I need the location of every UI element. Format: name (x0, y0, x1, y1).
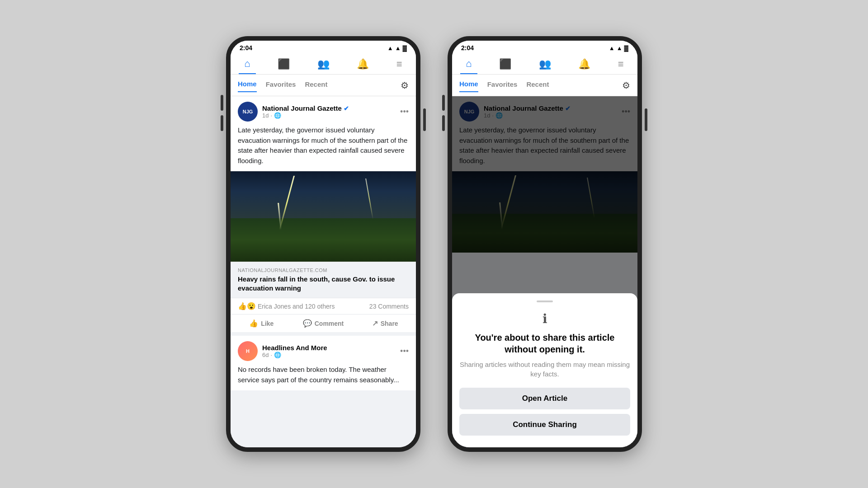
reaction-count-left: Erica Jones and 120 others (258, 303, 335, 310)
sub-nav-recent-right[interactable]: Recent (526, 79, 549, 92)
post-reactions-left: 👍😮 Erica Jones and 120 others 23 Comment… (231, 298, 416, 314)
status-bar-left: 2:04 ▲ ▲ ▓ (231, 41, 416, 53)
bell-icon-right: 🔔 (578, 58, 590, 70)
comments-count-left: 23 Comments (369, 303, 409, 310)
home-icon-right: ⌂ (466, 58, 472, 70)
comment-button-left[interactable]: 💬 Comment (292, 315, 354, 331)
feed-right: NJG National Journal Gazette ✔ 1d · 🌐 (452, 96, 637, 447)
lightning-scene-left (231, 171, 416, 262)
vol-down-right (442, 115, 445, 131)
status-time-left: 2:04 (240, 44, 252, 52)
video-icon: ⬛ (278, 58, 290, 70)
share-icon-left: ↗ (372, 319, 378, 328)
post-text-left: Late yesterday, the governor issued volu… (231, 125, 416, 171)
home-icon: ⌂ (244, 58, 250, 70)
post-avatar-left: NJG (238, 102, 258, 122)
sub-nav-left: Home Favorites Recent ⚙ (231, 75, 416, 96)
power-button-right (645, 108, 647, 131)
second-post-more-left[interactable]: ••• (400, 347, 409, 356)
second-post-avatar-left: H (238, 341, 258, 361)
post-actions-left: 👍 Like 💬 Comment ↗ Share (231, 314, 416, 332)
like-button-left[interactable]: 👍 Like (231, 315, 292, 331)
friends-icon-right: 👥 (539, 58, 551, 70)
right-phone-screen: 2:04 ▲ ▲ ▓ ⌂ ⬛ 👥 🔔 (452, 41, 637, 447)
sub-nav-home-right[interactable]: Home (459, 78, 478, 92)
nav-video-left[interactable]: ⬛ (272, 56, 295, 74)
reaction-left-left: 👍😮 Erica Jones and 120 others (238, 302, 335, 310)
status-bar-right: 2:04 ▲ ▲ ▓ (452, 41, 637, 53)
video-icon-right: ⬛ (499, 58, 511, 70)
nav-bell-left[interactable]: 🔔 (351, 56, 374, 74)
sky-left (231, 171, 416, 221)
left-phone: 2:04 ▲ ▲ ▓ ⌂ ⬛ 👥 🔔 (226, 36, 420, 452)
nav-bar-left: ⌂ ⬛ 👥 🔔 ≡ (231, 53, 416, 75)
post-author-left: National Journal Gazette ✔ (262, 104, 396, 112)
menu-icon-right: ≡ (618, 58, 624, 70)
link-preview-left: NATIONALJOURNALGAZETTE.COM Heavy rains f… (231, 262, 416, 298)
grass-left (231, 218, 416, 262)
filter-icon-left[interactable]: ⚙ (401, 80, 409, 91)
nav-menu-right[interactable]: ≡ (613, 56, 629, 74)
sub-nav-right: Home Favorites Recent ⚙ (452, 75, 637, 96)
second-post-author-left: Headlines And More (262, 344, 396, 352)
left-phone-screen: 2:04 ▲ ▲ ▓ ⌂ ⬛ 👥 🔔 (231, 41, 416, 447)
right-phone: 2:04 ▲ ▲ ▓ ⌂ ⬛ 👥 🔔 (448, 36, 642, 452)
filter-icon-right[interactable]: ⚙ (622, 80, 630, 91)
status-icons-right: ▲ ▲ ▓ (609, 45, 628, 52)
second-post-time-left: 6d · 🌐 (262, 352, 396, 358)
open-article-button[interactable]: Open Article (459, 388, 630, 409)
battery-icon-right: ▓ (624, 45, 628, 52)
nav-friends-left[interactable]: 👥 (312, 56, 335, 74)
verified-badge-left: ✔ (344, 105, 349, 112)
post-more-left[interactable]: ••• (400, 107, 409, 117)
nav-home-left[interactable]: ⌂ (239, 56, 255, 74)
sub-nav-recent-left[interactable]: Recent (305, 79, 327, 92)
status-icons-left: ▲ ▲ ▓ (387, 45, 407, 52)
post-header-left: NJG National Journal Gazette ✔ 1d · 🌐 (231, 96, 416, 125)
volume-buttons-left (221, 95, 223, 136)
menu-icon: ≡ (396, 58, 402, 70)
friends-icon: 👥 (317, 58, 330, 70)
comment-icon-left: 💬 (303, 319, 312, 328)
nav-bell-right[interactable]: 🔔 (573, 56, 596, 74)
modal-title: You're about to share this article witho… (459, 332, 630, 355)
status-time-right: 2:04 (461, 44, 474, 52)
vol-up-left (221, 95, 223, 111)
second-post-text-left: No records have been broken today. The w… (231, 365, 416, 390)
nav-menu-left[interactable]: ≡ (391, 56, 408, 74)
second-post-privacy-icon: 🌐 (274, 352, 281, 358)
sub-nav-home-left[interactable]: Home (238, 78, 257, 92)
post-meta-left: National Journal Gazette ✔ 1d · 🌐 (262, 104, 396, 119)
vol-down-left (221, 115, 223, 131)
second-post-card-left: H Headlines And More 6d · 🌐 ••• No recor… (231, 336, 416, 390)
dot-separator: · (270, 112, 272, 119)
link-title-left: Heavy rains fall in the south, cause Gov… (238, 275, 409, 292)
signal-icon-right: ▲ (617, 45, 623, 52)
share-button-left[interactable]: ↗ Share (354, 315, 416, 331)
bell-icon: 🔔 (357, 58, 369, 70)
nav-bar-right: ⌂ ⬛ 👥 🔔 ≡ (452, 53, 637, 75)
nav-home-right[interactable]: ⌂ (460, 56, 477, 74)
nav-video-right[interactable]: ⬛ (494, 56, 517, 74)
left-phone-frame: 2:04 ▲ ▲ ▓ ⌂ ⬛ 👥 🔔 (226, 36, 420, 452)
like-icon-left: 👍 (249, 319, 258, 328)
vol-up-right (442, 95, 445, 111)
post-card-left: NJG National Journal Gazette ✔ 1d · 🌐 (231, 96, 416, 332)
modal-info-icon: ℹ (459, 311, 630, 326)
second-post-meta-left: Headlines And More 6d · 🌐 (262, 344, 396, 358)
nav-friends-right[interactable]: 👥 (533, 56, 557, 74)
power-button-left (423, 108, 426, 131)
volume-buttons-right (442, 95, 445, 136)
modal-overlay-right: ℹ You're about to share this article wit… (452, 96, 637, 447)
modal-handle (537, 300, 553, 302)
sub-nav-favorites-right[interactable]: Favorites (487, 79, 518, 92)
feed-left: NJG National Journal Gazette ✔ 1d · 🌐 (231, 96, 416, 447)
modal-subtitle: Sharing articles without reading them ma… (459, 360, 630, 379)
link-domain-left: NATIONALJOURNALGAZETTE.COM (238, 267, 409, 273)
reaction-emojis-left: 👍😮 (238, 302, 256, 310)
share-warning-modal: ℹ You're about to share this article wit… (452, 293, 637, 447)
signal-icon: ▲ (395, 45, 401, 52)
battery-icon: ▓ (403, 45, 407, 52)
continue-sharing-button[interactable]: Continue Sharing (459, 414, 630, 436)
sub-nav-favorites-left[interactable]: Favorites (266, 79, 296, 92)
